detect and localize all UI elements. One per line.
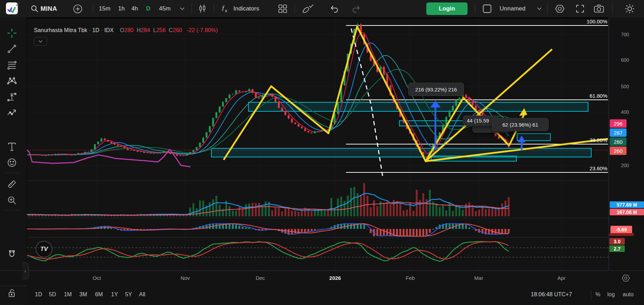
emoji-tool[interactable] bbox=[5, 156, 19, 170]
theme-sun-icon[interactable] bbox=[623, 0, 637, 17]
indicators-label: Indicators bbox=[233, 5, 259, 12]
range-6m[interactable]: 6M bbox=[95, 291, 103, 298]
macd-badge: -5.89 bbox=[610, 226, 632, 233]
time-tick: Feb bbox=[406, 275, 415, 281]
price-badge-1: 287 bbox=[610, 128, 627, 137]
symbol-search[interactable]: MINA bbox=[41, 0, 57, 17]
layout-name[interactable]: Unnamed bbox=[500, 0, 526, 17]
time-tick: Nov bbox=[181, 275, 190, 281]
timeframe-45m[interactable]: 45m bbox=[159, 0, 171, 17]
range-1y[interactable]: 1Y bbox=[111, 291, 118, 298]
time-tick-year: 2026 bbox=[329, 275, 341, 281]
macd-badge-bar bbox=[609, 233, 634, 236]
range-all[interactable]: All bbox=[139, 291, 145, 298]
price-tick: 500 bbox=[621, 84, 629, 89]
measure-tooltip-1: 216 (93.22%) 216 bbox=[408, 83, 464, 96]
undo-icon[interactable] bbox=[328, 0, 340, 17]
tradingview-watermark: TV bbox=[36, 241, 52, 258]
login-button[interactable]: Login bbox=[426, 2, 468, 15]
legend-exchange: IDX bbox=[104, 27, 114, 33]
toolbar-divider bbox=[295, 3, 295, 14]
stoch-badge-0: 3.0 bbox=[609, 238, 625, 245]
compare-add-icon[interactable] bbox=[72, 0, 83, 17]
toolbar-divider bbox=[214, 3, 214, 14]
range-1m[interactable]: 1M bbox=[64, 291, 72, 298]
symbol-name: Sanurhasta Mitra Tbk bbox=[34, 27, 87, 33]
fib-retracement-tool[interactable] bbox=[5, 58, 19, 72]
long-position-tool[interactable] bbox=[5, 90, 19, 104]
toolbar-divider bbox=[612, 3, 613, 14]
legend-collapse-button[interactable] bbox=[34, 37, 47, 46]
chart-style-candles-icon[interactable] bbox=[196, 0, 208, 17]
redo-icon[interactable] bbox=[350, 0, 362, 17]
layout-chevron-icon[interactable] bbox=[535, 0, 543, 17]
measure-tooltip-3: 62 (23.96%) 61 bbox=[492, 118, 549, 131]
trend-line-tool[interactable] bbox=[5, 42, 19, 56]
fib-label-382: 38.20% bbox=[580, 137, 607, 143]
time-tick: Mar bbox=[474, 275, 483, 281]
sidebar-collapse-handle[interactable]: ‹ bbox=[22, 262, 29, 279]
price-tick: 400 bbox=[621, 109, 629, 115]
price-badge-0: 296 bbox=[610, 119, 627, 128]
price-axis[interactable]: 700 600 500 400 200 296 287 280 260 577.… bbox=[609, 17, 644, 270]
change-value: -22 (-7.80%) bbox=[187, 27, 218, 33]
auto-scale-button[interactable]: auto bbox=[623, 291, 634, 298]
trading-app: MINA 15m 1h 4h D 45m ƒx Indicators bbox=[0, 0, 644, 305]
timeframe-1h[interactable]: 1h bbox=[118, 0, 125, 17]
toolbar-divider bbox=[547, 3, 548, 14]
range-5d[interactable]: 5D bbox=[49, 291, 56, 298]
toolbar-divider bbox=[191, 3, 192, 14]
range-1d[interactable]: 1D bbox=[35, 291, 42, 298]
bottom-divider bbox=[591, 290, 591, 300]
xabcd-pattern-tool[interactable] bbox=[5, 74, 19, 88]
fullscreen-icon[interactable] bbox=[573, 0, 587, 17]
timeframe-15m[interactable]: 15m bbox=[99, 0, 110, 17]
axis-settings-gear-icon[interactable] bbox=[621, 274, 630, 284]
measure-ruler-tool[interactable] bbox=[5, 177, 19, 191]
zoom-in-tool[interactable] bbox=[5, 193, 19, 207]
time-axis[interactable]: Oct Nov Dec 2026 Feb Mar Apr bbox=[0, 270, 644, 286]
time-tick: Apr bbox=[557, 275, 565, 281]
price-tick: 700 bbox=[621, 32, 629, 37]
crosshair-tool[interactable] bbox=[5, 26, 19, 40]
search-icon[interactable] bbox=[29, 0, 40, 17]
time-tick: Dec bbox=[256, 275, 265, 281]
layout-square-icon[interactable] bbox=[481, 0, 493, 17]
vol-badge-1: 167.08 M bbox=[610, 209, 644, 215]
brush-check-icon[interactable] bbox=[301, 0, 315, 17]
fib-label-236: 23.60% bbox=[580, 165, 607, 171]
app-logo[interactable] bbox=[3, 0, 22, 17]
timeframe-1d[interactable]: D bbox=[146, 0, 150, 17]
indicators-button[interactable]: ƒx Indicators bbox=[220, 0, 259, 17]
toolbar-divider bbox=[93, 3, 93, 14]
bottom-toolbar: 1D 5D 1M 3M 6M 1Y 5Y All 18:06:48 UTC+7 … bbox=[27, 286, 644, 305]
range-5y[interactable]: 5Y bbox=[125, 291, 132, 298]
price-tick: 200 bbox=[621, 163, 629, 168]
percent-scale-button[interactable]: % bbox=[595, 291, 600, 298]
hide-all-tool[interactable] bbox=[5, 304, 19, 305]
clock[interactable]: 18:06:48 UTC+7 bbox=[531, 291, 572, 298]
log-scale-button[interactable]: log bbox=[607, 291, 615, 298]
fib-label-100: 100.00% bbox=[580, 18, 607, 24]
fib-label-618: 61.80% bbox=[580, 93, 607, 99]
symbol-legend[interactable]: Sanurhasta Mitra Tbk · 1D · IDX O280 H28… bbox=[34, 27, 218, 34]
timeframe-menu-chevron-icon[interactable] bbox=[178, 0, 186, 17]
stoch-badge-1: 2.7 bbox=[609, 245, 625, 252]
legend-timeframe: 1D bbox=[92, 27, 99, 33]
arrow-marker-tool[interactable] bbox=[5, 106, 19, 120]
timeframe-4h[interactable]: 4h bbox=[131, 0, 138, 17]
magnet-tool[interactable] bbox=[5, 248, 19, 262]
sidebar-divider bbox=[6, 173, 20, 173]
camera-snapshot-icon[interactable] bbox=[592, 0, 606, 17]
top-toolbar: MINA 15m 1h 4h D 45m ƒx Indicators bbox=[0, 0, 644, 18]
toolbar-divider bbox=[475, 3, 475, 14]
layout-grid-icon[interactable] bbox=[277, 0, 289, 17]
vol-badge-0: 577.69 M bbox=[610, 201, 644, 208]
text-tool[interactable] bbox=[5, 140, 19, 154]
lock-all-tool[interactable] bbox=[5, 286, 19, 300]
range-3m[interactable]: 3M bbox=[79, 291, 87, 298]
settings-gear-icon[interactable] bbox=[553, 0, 567, 17]
chart-canvas[interactable] bbox=[0, 0, 644, 305]
price-tick: 600 bbox=[621, 57, 629, 63]
price-badge-3: 260 bbox=[610, 147, 627, 155]
